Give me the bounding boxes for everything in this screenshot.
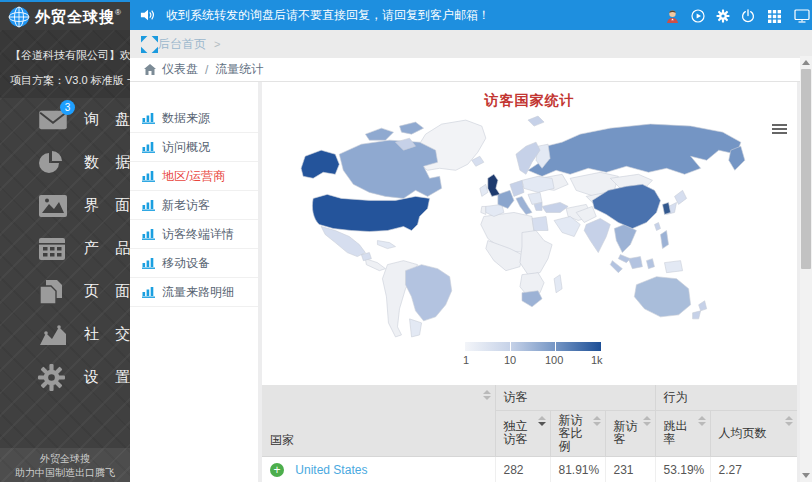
gear-icon[interactable] [715,8,731,24]
sidebar-item-pages[interactable]: 页 面 › [0,270,130,313]
map-region-arctic-island[interactable] [365,128,393,140]
play-circle-icon[interactable] [690,8,706,24]
legend-ticks: 1 10 100 1k [465,354,601,368]
logo-text: 外贸全球搜 [35,8,115,27]
sort-icon[interactable] [643,416,651,426]
report-menu-item-device-detail[interactable]: 访客终端详情 [130,220,258,249]
monitor-icon[interactable] [794,8,810,24]
table-row: + United States 282 81.91% 231 53.19% 2.… [262,456,797,482]
expand-row-icon[interactable]: + [270,463,284,477]
bar-chart-icon [142,141,156,153]
map-region-base[interactable] [481,206,486,214]
vertical-scrollbar[interactable] [800,56,812,482]
sidebar-item-social[interactable]: 社 交 › [0,313,130,356]
globe-logo-icon [8,6,30,28]
sort-icon[interactable] [785,416,793,426]
map-region-australia[interactable] [634,277,690,317]
map-region-russia-group [528,124,745,176]
subnav-section[interactable]: 仪表盘 [162,61,198,78]
map-region-arctic-island[interactable] [400,122,424,134]
column-header-new-visitor-ratio[interactable]: 新访客比例 [550,410,605,456]
map-region-philippines[interactable] [661,231,669,249]
sort-icon[interactable] [483,390,491,400]
home-icon [144,64,156,75]
announcement-bar: 收到系统转发的询盘后请不要直接回复，请回复到客户邮箱！ [140,0,490,30]
bar-chart-icon [142,199,156,211]
country-link[interactable]: United States [295,463,367,477]
sidebar-item-products[interactable]: 产 品 › [0,227,130,270]
map-region-uk-group [488,174,500,196]
report-menu-item-new-returning[interactable]: 新老访客 [130,191,258,220]
world-map[interactable] [269,112,791,338]
column-header-new-visitors[interactable]: 新访客 [605,410,655,456]
report-menu-item-visit-overview[interactable]: 访问概况 [130,133,258,162]
report-menu-item-data-source[interactable]: 数据来源 [130,104,258,133]
power-icon[interactable] [740,8,756,24]
sort-icon[interactable] [538,416,546,426]
map-region-united-states[interactable] [312,194,429,231]
map-region-base[interactable] [520,231,552,275]
map-region-se-asia[interactable] [614,224,636,252]
map-region-turkey[interactable] [542,202,568,212]
map-region-kamchatka[interactable] [729,146,745,170]
map-region-taiwan[interactable] [654,222,660,230]
breadcrumb-separator: > [214,38,220,50]
product-grid-icon [38,234,72,264]
sidebar-item-data[interactable]: 数 据 › [0,141,130,184]
chart-title: 访客国家统计 [262,92,797,110]
report-menu-item-region-carrier[interactable]: 地区/运营商 [130,162,258,191]
column-header-unique-visitors[interactable]: 独立访客 [495,410,550,456]
bar-chart-icon [142,257,156,269]
map-region-madagascar[interactable] [554,275,562,293]
column-header-country[interactable]: 国家 [262,385,495,456]
sort-icon[interactable] [593,416,601,426]
breadcrumb-home[interactable]: 后台首页 [158,36,206,53]
sidebar-item-inquiry[interactable]: 3 询 盘 › [0,98,130,141]
sidebar-item-settings[interactable]: 设 置 › [0,356,130,399]
welcome-plan: 项目方案：V3.0 标准版 一年 [10,68,122,93]
main-content-panel: 访客国家统计 [262,82,797,482]
column-header-pages-per-visit[interactable]: 人均页数 [710,410,797,456]
map-region-united-kingdom[interactable] [488,174,500,196]
scrollbar-thumb[interactable] [801,69,811,269]
scroll-up-arrow[interactable] [802,60,810,65]
sort-icon[interactable] [698,416,706,426]
map-region-egypt[interactable] [532,216,548,230]
map-region-korea[interactable] [663,202,671,214]
map-region-germany[interactable] [510,180,524,196]
map-region-alaska[interactable] [301,150,339,178]
map-region-svalbard[interactable] [528,116,544,126]
map-region-indonesia[interactable] [610,257,654,273]
map-region-new-zealand[interactable] [693,301,707,319]
map-region-brazil[interactable] [406,265,452,321]
scroll-down-arrow[interactable] [802,473,810,478]
pie-chart-icon [38,148,72,178]
report-menu-item-mobile[interactable]: 移动设备 [130,249,258,278]
sidebar-item-interface[interactable]: 界 面 › [0,184,130,227]
grid-apps-icon[interactable] [766,8,782,24]
map-region-russia[interactable] [528,124,741,176]
bar-chart-icon [142,286,156,298]
map-region-new-guinea[interactable] [665,261,683,273]
map-region-malaysia[interactable] [618,255,630,263]
column-header-bounce-rate[interactable]: 跳出率 [655,410,710,456]
report-menu-item-traffic-sources[interactable]: 流量来路明细 [130,278,258,307]
map-region-india[interactable] [584,218,610,252]
map-region-cuba[interactable] [377,241,395,249]
main-sidebar: 【谷道科技有限公司】欢迎您! 项目方案：V3.0 标准版 一年 3 询 盘 › … [0,30,130,482]
pages-icon [38,277,72,307]
report-menu: 数据来源 访问概况 地区/运营商 新老访客 访客终端详情 移动设备 流量来路明细 [130,82,258,482]
map-region-ireland[interactable] [480,184,488,196]
map-region-argentina[interactable] [410,319,422,337]
map-region-south-africa[interactable] [522,291,542,307]
map-region-base[interactable] [365,259,385,271]
map-region-poland[interactable] [522,176,554,192]
settings-gear-icon [38,363,72,393]
app-logo[interactable]: 外贸全球搜 ® [0,2,130,32]
user-avatar-icon[interactable] [664,8,680,24]
fullscreen-expand-icon[interactable] [141,36,158,53]
map-region-mexico[interactable] [321,227,371,261]
map-region-balkans[interactable] [528,192,542,204]
logo-registered-mark: ® [115,8,121,17]
bar-chart-icon [142,170,156,182]
